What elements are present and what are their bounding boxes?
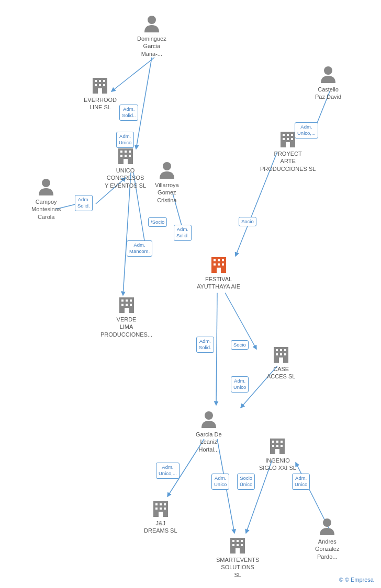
svg-rect-76 [275, 449, 279, 454]
svg-rect-72 [281, 441, 283, 443]
svg-rect-46 [218, 259, 220, 261]
svg-rect-89 [232, 544, 234, 546]
svg-rect-38 [287, 134, 289, 136]
svg-point-68 [205, 411, 213, 420]
proyect-label: PROYECT ARTE PRODUCCIONES SL [260, 150, 316, 172]
badge-socio-1[interactable]: /Socio [148, 217, 167, 227]
everhood-label: EVERHOOD LINE SL [84, 96, 117, 111]
jj-label: J&J DREAMS SL [144, 520, 177, 535]
svg-rect-19 [99, 80, 101, 82]
svg-point-93 [323, 518, 331, 527]
svg-rect-63 [284, 349, 286, 351]
badge-adm-unico-4[interactable]: Adm. Unico,... [156, 463, 180, 479]
badge-adm-solid-4[interactable]: Adm. Solid. [196, 337, 214, 353]
svg-rect-54 [126, 299, 128, 302]
svg-rect-28 [129, 151, 131, 153]
badge-socio-unico[interactable]: Socio Único [237, 474, 255, 490]
svg-rect-32 [124, 159, 128, 164]
svg-rect-75 [281, 445, 283, 447]
dominguez-label: Dominguez Garcia Maria-... [137, 35, 166, 57]
svg-rect-86 [232, 540, 234, 542]
svg-line-8 [123, 172, 131, 295]
svg-rect-37 [283, 134, 285, 136]
svg-rect-22 [99, 84, 101, 86]
node-smartevents[interactable]: SMARTEVENTS SOLUTIONS SL [216, 536, 259, 579]
badge-adm-solid-2[interactable]: Adm. Solid. [75, 195, 93, 211]
node-dominguez[interactable]: Dominguez Garcia Maria-... [137, 15, 166, 57]
node-andres[interactable]: Andres Gonzalez Pardo... [315, 517, 339, 560]
svg-rect-45 [214, 259, 216, 261]
svg-rect-64 [276, 353, 278, 355]
svg-rect-66 [284, 353, 286, 355]
svg-rect-41 [287, 138, 289, 140]
badge-adm-unico-5[interactable]: Adm. Unico [211, 474, 229, 490]
svg-rect-53 [121, 299, 124, 302]
smartevents-label: SMARTEVENTS SOLUTIONS SL [216, 556, 259, 579]
castello-label: Castello Paz David [315, 86, 341, 101]
svg-rect-83 [164, 508, 166, 510]
node-campoy[interactable]: Campoy Montesinos Carola [31, 178, 61, 221]
svg-rect-26 [120, 151, 122, 153]
svg-line-10 [216, 293, 217, 405]
svg-rect-71 [276, 441, 278, 443]
svg-line-0 [111, 57, 154, 91]
svg-rect-82 [160, 508, 162, 510]
badge-socio-3[interactable]: Socio [231, 340, 249, 350]
andres-label: Andres Gonzalez Pardo... [315, 538, 339, 560]
festival-label: FESTIVAL AYUTTHAYA AIE [197, 275, 240, 291]
badge-adm-unico-3[interactable]: Adm. Unico [231, 376, 249, 393]
badge-adm-unico-6[interactable]: Adm. Unico [292, 474, 310, 490]
svg-rect-57 [126, 304, 128, 306]
badge-adm-unico-2[interactable]: Adm. Unico,... [295, 122, 318, 139]
node-festival[interactable]: FESTIVAL AYUTTHAYA AIE [197, 255, 240, 291]
badge-adm-mancom[interactable]: Adm. Mancom. [127, 240, 152, 257]
badge-adm-solid-1[interactable]: Adm. Solid.. [119, 105, 138, 121]
watermark: © © Empresa [339, 577, 374, 583]
svg-point-35 [324, 66, 332, 75]
svg-rect-31 [129, 155, 131, 157]
svg-point-34 [163, 162, 171, 170]
svg-rect-29 [120, 155, 122, 157]
verde-label: VERDE LIMA PRODUCCIONES... [100, 316, 152, 338]
svg-rect-84 [159, 512, 163, 517]
svg-point-16 [148, 16, 156, 24]
node-unico[interactable]: UNICO CONGRESOS Y EVENTOS SL [105, 146, 146, 189]
node-verde[interactable]: VERDE LIMA PRODUCCIONES... [100, 295, 152, 338]
svg-rect-80 [164, 503, 166, 505]
garcia-label: Garcia De Leaniz Hortal... [196, 431, 222, 453]
node-ingenio[interactable]: INGENIO SIGLO XXI SL [259, 436, 296, 472]
svg-rect-47 [222, 259, 224, 261]
svg-rect-23 [103, 84, 105, 86]
node-villarroya[interactable]: Villarroya Gomez Cristina [155, 161, 179, 204]
badge-adm-solid-3[interactable]: Adm. Solid. [174, 225, 192, 241]
svg-rect-18 [95, 80, 97, 82]
case-label: CASE ACCES SL [267, 365, 295, 381]
svg-rect-58 [130, 304, 132, 306]
svg-rect-55 [130, 299, 132, 302]
svg-rect-78 [155, 503, 158, 505]
graph-container: Dominguez Garcia Maria-... EVERHOOD LINE… [0, 0, 381, 588]
badge-socio-2[interactable]: Socio [239, 217, 256, 226]
svg-rect-40 [283, 138, 285, 140]
node-case[interactable]: CASE ACCES SL [267, 345, 295, 381]
svg-rect-79 [160, 503, 162, 505]
svg-rect-56 [121, 304, 124, 306]
svg-rect-48 [214, 263, 216, 266]
svg-line-1 [136, 57, 152, 149]
node-jj[interactable]: J&J DREAMS SL [144, 499, 177, 535]
badge-adm-unico-1[interactable]: Adm. Unico [116, 132, 134, 148]
svg-rect-39 [291, 134, 293, 136]
svg-rect-88 [241, 540, 243, 542]
svg-rect-42 [291, 138, 293, 140]
ingenio-label: INGENIO SIGLO XXI SL [259, 457, 296, 472]
svg-rect-27 [125, 151, 127, 153]
svg-point-33 [42, 179, 50, 187]
svg-rect-91 [241, 544, 243, 546]
svg-rect-51 [217, 268, 221, 273]
svg-rect-59 [125, 308, 129, 313]
svg-rect-49 [218, 263, 220, 266]
svg-rect-90 [237, 544, 239, 546]
node-everhood[interactable]: EVERHOOD LINE SL [84, 76, 117, 111]
node-castello[interactable]: Castello Paz David [315, 65, 341, 101]
node-garcia[interactable]: Garcia De Leaniz Hortal... [196, 410, 222, 453]
